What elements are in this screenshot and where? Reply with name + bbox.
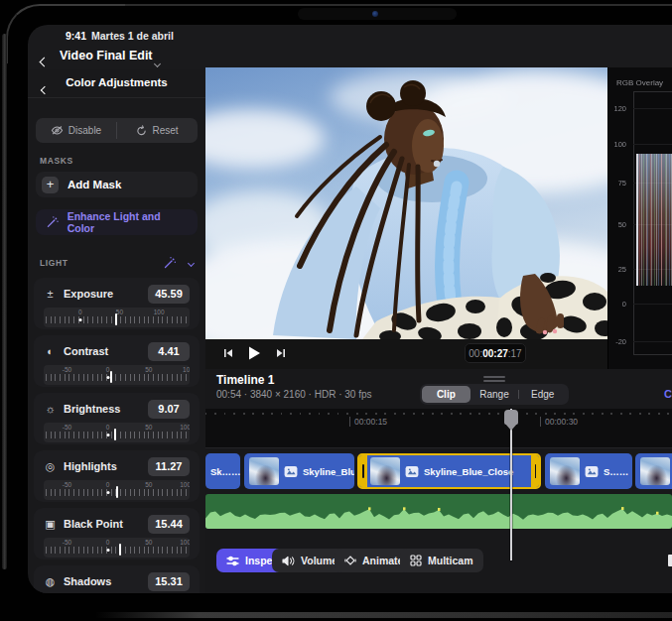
- timecode-frames: :17: [508, 348, 522, 359]
- video-track: Sk…… Skyline_Blue_Wide Skyline_Blue_Clos…: [205, 453, 672, 489]
- magic-wand-icon: [46, 215, 60, 229]
- timeline-clip-Sk_[interactable]: Sk……: [205, 453, 240, 489]
- masks-header: MASKS: [40, 156, 194, 166]
- scope-title: RGB Overlay: [616, 78, 663, 87]
- bottom-toolbar: Inspect Volume Animate: [205, 547, 672, 580]
- slider-ruler[interactable]: -50050100: [44, 480, 190, 500]
- timecode-display[interactable]: 00:00:27:17: [465, 343, 526, 363]
- device-top-edge: [79, 4, 672, 6]
- slider-value[interactable]: 11.27: [148, 457, 190, 476]
- mode-edge[interactable]: Edge: [518, 386, 567, 403]
- play-button[interactable]: [245, 344, 263, 366]
- slider-ruler[interactable]: -50050100: [44, 538, 190, 558]
- clipped-right-button[interactable]: [668, 555, 672, 566]
- disable-button[interactable]: Disable: [36, 118, 116, 143]
- timeline-panel: Timeline 1 00:54 · 3840 × 2160 · HDR · 3…: [205, 369, 672, 593]
- volume-label: Volume: [301, 555, 337, 566]
- slider-shadows[interactable]: ◍ Shadows 15.31 -50050100: [34, 565, 200, 593]
- exposure-icon: ±: [44, 288, 57, 300]
- timeline-clip-Skyline_Blue_Close[interactable]: Skyline_Blue_Close: [357, 453, 541, 489]
- timeline-clip-S_[interactable]: S……: [545, 453, 632, 489]
- scope-tick: -20: [608, 337, 626, 346]
- add-mask-button[interactable]: + Add Mask: [36, 172, 198, 197]
- photo-icon: [405, 466, 419, 477]
- panel-back-icon[interactable]: [42, 79, 48, 97]
- black-point-icon: ▣: [44, 518, 57, 531]
- title-dropdown-icon[interactable]: [155, 53, 160, 70]
- front-camera: [372, 11, 378, 17]
- light-section-header[interactable]: LIGHT: [40, 256, 194, 270]
- slider-black-point[interactable]: ▣ Black Point 15.44 -50050100: [34, 508, 200, 559]
- next-frame-button[interactable]: [274, 346, 288, 364]
- slider-ruler[interactable]: -50050100: [44, 365, 190, 385]
- enhance-light-color-button[interactable]: Enhance Light and Color: [36, 209, 198, 235]
- video-preview[interactable]: [205, 67, 607, 339]
- shadows-icon: ◍: [44, 575, 57, 588]
- status-time: 9:41: [66, 30, 86, 42]
- mode-clip[interactable]: Clip: [422, 386, 470, 403]
- animate-icon: [344, 555, 356, 566]
- disable-reset-group: Disable Reset: [36, 118, 198, 143]
- multicam-label: Multicam: [428, 555, 473, 566]
- scope-tick: 50: [608, 220, 626, 229]
- scope-tick: 75: [608, 179, 626, 187]
- clip-label: Skyline_Blue_Close: [424, 466, 513, 477]
- timecode-main: 00:27: [482, 348, 508, 359]
- reset-label: Reset: [152, 125, 178, 136]
- back-icon[interactable]: [41, 52, 48, 69]
- inspect-sliders-icon: [226, 556, 239, 566]
- slider-value[interactable]: 9.07: [148, 400, 190, 419]
- slider-brightness[interactable]: ☼ Brightness 9.07 -50050100: [34, 393, 200, 444]
- audio-track[interactable]: [205, 494, 672, 529]
- overflow-button[interactable]: C: [664, 388, 672, 400]
- slider-ruler[interactable]: 050100: [44, 308, 190, 327]
- slider-contrast[interactable]: ◐ Contrast 4.41 -50050100: [34, 335, 200, 387]
- timeline-clip[interactable]: [635, 453, 672, 489]
- slider-label: Shadows: [64, 575, 141, 587]
- eye-slash-icon: [51, 125, 64, 136]
- slider-highlights[interactable]: ◎ Highlights 11.27 -50050100: [34, 450, 200, 502]
- slider-label: Exposure: [64, 288, 141, 300]
- playhead-line[interactable]: [510, 409, 512, 560]
- light-label: LIGHT: [40, 258, 163, 268]
- slider-value[interactable]: 4.41: [148, 342, 190, 361]
- clip-thumbnail: [640, 457, 670, 485]
- edit-mode-segmented-control: ClipRangeEdge: [420, 384, 569, 405]
- status-date: Martes 1 de abril: [91, 30, 174, 42]
- slider-exposure[interactable]: ± Exposure 45.59 050100: [34, 278, 200, 329]
- contrast-icon: ◐: [44, 345, 57, 357]
- scope-tick: 0: [608, 300, 626, 309]
- photo-icon: [284, 466, 298, 477]
- enhance-label: Enhance Light and Color: [67, 210, 188, 234]
- multicam-button[interactable]: Multicam: [400, 549, 483, 572]
- clip-label: Skyline_Blue_Wide: [303, 466, 354, 477]
- slider-value[interactable]: 15.31: [148, 572, 190, 591]
- previous-frame-button[interactable]: [221, 346, 235, 364]
- add-mask-label: Add Mask: [67, 179, 121, 190]
- color-adjustments-panel: Color Adjustments Disable Reset: [28, 69, 205, 593]
- clip-thumbnail: [550, 457, 580, 485]
- scope-tick: 120: [608, 104, 626, 113]
- slider-ruler[interactable]: -50050100: [44, 423, 190, 442]
- timeline-clip-Skyline_Blue_Wide[interactable]: Skyline_Blue_Wide: [244, 453, 354, 489]
- transport-bar: 00:00:27:17: [205, 339, 607, 369]
- light-collapse-icon[interactable]: [188, 259, 195, 266]
- timeline-meta: 00:54 · 3840 × 2160 · HDR · 30 fps: [216, 389, 371, 400]
- panel-grabber[interactable]: [483, 376, 505, 383]
- device-left-edge: [2, 34, 7, 569]
- reset-icon: [136, 125, 147, 136]
- slider-label: Brightness: [64, 403, 141, 415]
- playhead-handle[interactable]: [504, 410, 518, 425]
- device-frame: 9:41 Martes 1 de abril Video Final Edit: [0, 0, 672, 621]
- multicam-grid-icon: [410, 555, 422, 566]
- timeline-ruler[interactable]: 00:00:1500:00:30: [205, 409, 672, 448]
- disable-label: Disable: [68, 125, 101, 136]
- slider-value[interactable]: 15.44: [148, 515, 190, 534]
- reset-button[interactable]: Reset: [117, 118, 198, 143]
- slider-label: Contrast: [64, 345, 141, 357]
- brightness-icon: ☼: [44, 403, 57, 415]
- slider-value[interactable]: 45.59: [148, 285, 190, 304]
- project-title[interactable]: Video Final Edit: [60, 49, 153, 62]
- scope-tick: 100: [608, 140, 626, 149]
- mode-range[interactable]: Range: [470, 386, 519, 403]
